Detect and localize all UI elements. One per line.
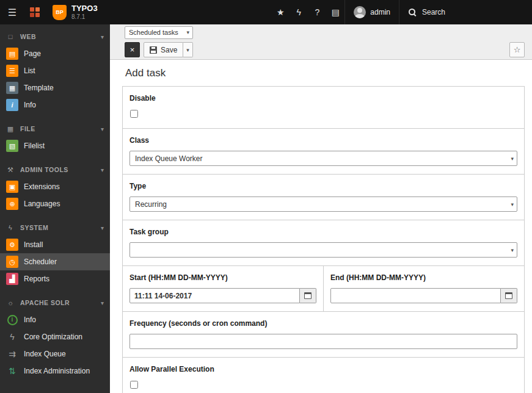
- docheader: Scheduled tasks ▾ × Save ▾ ☆: [110, 24, 532, 60]
- brand-name: TYPO3: [71, 4, 98, 13]
- chevron-down-icon: ▾: [101, 126, 104, 132]
- task-group-select[interactable]: [129, 242, 517, 258]
- sidebar-item-core-optimization[interactable]: ϟ Core Optimization: [0, 328, 110, 345]
- info-icon: i: [6, 99, 18, 111]
- class-select-wrap: Index Queue Worker ▾: [129, 151, 517, 166]
- save-dropdown-button[interactable]: ▾: [183, 42, 193, 57]
- form-section-type: Type Recurring ▾: [123, 174, 524, 220]
- sidebar-item-index-administration[interactable]: ⇅ Index Administration: [0, 362, 110, 380]
- save-button-group: Save ▾: [144, 42, 193, 57]
- end-label: End (HH:MM DD-MM-YYYY): [330, 273, 517, 282]
- bookmark-button[interactable]: ☆: [509, 42, 525, 57]
- add-task-form: Disable Class Index Queue Worker ▾: [122, 86, 525, 393]
- section-label: FILE: [20, 125, 35, 132]
- sidebar-item-reports[interactable]: ▟ Reports: [0, 270, 110, 287]
- sidebar-item-extensions[interactable]: ▣ Extensions: [0, 178, 110, 195]
- chevron-down-icon: ▾: [101, 167, 104, 173]
- section-label: ADMIN TOOLS: [20, 166, 68, 173]
- save-button[interactable]: Save: [144, 42, 183, 57]
- hamburger-menu-button[interactable]: ☰: [0, 0, 24, 24]
- section-system[interactable]: ϟ SYSTEM ▾: [0, 219, 110, 236]
- help-button[interactable]: ?: [308, 0, 326, 24]
- web-section-icon: □: [6, 33, 15, 40]
- sidebar-item-label: List: [24, 67, 35, 75]
- start-calendar-button[interactable]: [300, 288, 316, 303]
- section-file[interactable]: ▦ FILE ▾: [0, 120, 110, 137]
- page-title: Add task: [125, 67, 525, 79]
- form-section-task-group: Task group ▾: [123, 220, 524, 265]
- sidebar-item-label: Page: [24, 49, 41, 58]
- sidebar-item-filelist[interactable]: ▧ Filelist: [0, 137, 110, 154]
- close-button[interactable]: ×: [125, 42, 140, 57]
- sidebar-item-label: Languages: [24, 200, 60, 208]
- chevron-down-icon: ▾: [101, 34, 104, 40]
- section-apache-solr[interactable]: ☼ APACHE SOLR ▾: [0, 294, 110, 311]
- avatar: [354, 6, 366, 18]
- bookmarks-button[interactable]: ★: [271, 0, 290, 24]
- start-column: Start (HH:MM DD-MM-YYYY): [123, 266, 323, 311]
- typo3-backend: ☰ BP TYPO3 8.7.1 ★ ϟ ? ▤ admin Search: [0, 0, 532, 393]
- sidebar-item-scheduler[interactable]: ◷ Scheduler: [0, 253, 110, 270]
- sidebar-item-label: Scheduler: [24, 258, 57, 266]
- sidebar-item-label: Index Administration: [24, 367, 90, 375]
- section-admin-tools[interactable]: ⚒ ADMIN TOOLS ▾: [0, 161, 110, 178]
- page-icon: ▤: [6, 48, 18, 60]
- search-button[interactable]: Search: [399, 0, 532, 24]
- docheader-row-buttons: × Save ▾ ☆: [110, 40, 532, 59]
- file-section-icon: ▦: [6, 125, 15, 133]
- clear-cache-button[interactable]: ϟ: [290, 0, 308, 24]
- sidebar-item-label: Install: [24, 240, 43, 249]
- system-information-button[interactable]: ▤: [326, 0, 344, 24]
- sidebar-item-label: Info: [24, 315, 36, 324]
- sidebar-item-languages[interactable]: ⊕ Languages: [0, 195, 110, 212]
- index-administration-icon: ⇅: [6, 365, 18, 377]
- disable-checkbox[interactable]: [130, 110, 138, 118]
- module-select-wrap: Scheduled tasks ▾: [125, 26, 193, 39]
- user-menu[interactable]: admin: [344, 0, 399, 24]
- sidebar-item-label: Core Optimization: [24, 333, 82, 341]
- typo3-logo[interactable]: BP TYPO3 8.7.1: [45, 0, 105, 24]
- sidebar-item-info[interactable]: i Info: [0, 96, 110, 114]
- search-icon: [408, 8, 417, 16]
- class-select[interactable]: Index Queue Worker: [129, 151, 517, 166]
- sidebar-item-page[interactable]: ▤ Page: [0, 45, 110, 62]
- system-information-icon: ▤: [332, 7, 340, 17]
- sidebar-item-label: Index Queue: [24, 350, 66, 358]
- sidebar-item-solr-info[interactable]: i Info: [0, 311, 110, 328]
- section-label: SYSTEM: [20, 224, 48, 231]
- sidebar-item-install[interactable]: ⚙ Install: [0, 236, 110, 253]
- scheduler-icon: ◷: [6, 256, 18, 268]
- sidebar-item-list[interactable]: ☰ List: [0, 62, 110, 79]
- system-section-icon: ϟ: [6, 224, 15, 231]
- sidebar-item-label: Filelist: [24, 142, 45, 150]
- type-select[interactable]: Recurring: [129, 196, 517, 212]
- parallel-checkbox[interactable]: [130, 381, 138, 389]
- end-input[interactable]: [330, 288, 501, 303]
- chevron-down-icon: ▾: [101, 300, 104, 306]
- sidebar-item-template[interactable]: ▦ Template: [0, 79, 110, 96]
- install-icon: ⚙: [6, 239, 18, 251]
- search-label: Search: [422, 8, 445, 16]
- frequency-input[interactable]: [129, 334, 517, 349]
- sidebar-item-index-queue[interactable]: ⇉ Index Queue: [0, 345, 110, 362]
- scheduler-view-select[interactable]: Scheduled tasks: [125, 26, 193, 39]
- close-icon: ×: [130, 45, 135, 54]
- hamburger-icon: ☰: [8, 7, 16, 18]
- list-icon: ☰: [6, 65, 18, 77]
- username: admin: [370, 8, 390, 16]
- apps-button[interactable]: [24, 0, 45, 24]
- site-logo-icon: BP: [53, 5, 67, 20]
- form-section-class: Class Index Queue Worker ▾: [123, 128, 524, 174]
- topbar: ☰ BP TYPO3 8.7.1 ★ ϟ ? ▤ admin Search: [0, 0, 532, 24]
- task-group-label: Task group: [129, 228, 517, 236]
- start-input[interactable]: [129, 288, 300, 303]
- languages-icon: ⊕: [6, 198, 18, 210]
- section-web[interactable]: □ WEB ▾: [0, 28, 110, 45]
- chevron-down-icon: ▾: [186, 47, 189, 53]
- brand-version: 8.7.1: [71, 13, 98, 20]
- brand-text: TYPO3 8.7.1: [71, 4, 98, 20]
- end-calendar-button[interactable]: [501, 288, 517, 303]
- reports-icon: ▟: [6, 273, 18, 285]
- form-section-dates: Start (HH:MM DD-MM-YYYY) End (HH:MM DD-M…: [123, 265, 524, 311]
- index-queue-icon: ⇉: [6, 348, 18, 360]
